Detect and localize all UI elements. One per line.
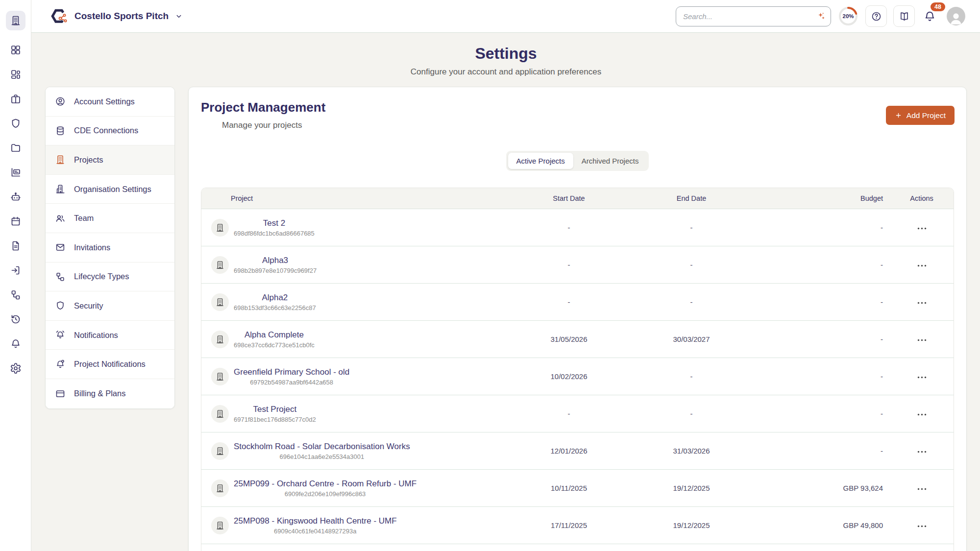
start-date: 17/11/2025: [508, 521, 630, 529]
settings-nav: Account Settings CDE Connections Project…: [45, 87, 175, 409]
project-avatar: [211, 479, 229, 497]
row-actions-button[interactable]: [914, 258, 930, 271]
settings-nav-item-invitations[interactable]: Invitations: [46, 233, 174, 263]
table-row[interactable]: Alpha2 698b153df3c66c63e2256c87 - - -: [201, 283, 954, 320]
ellipsis-icon: [917, 264, 927, 267]
ellipsis-icon: [917, 376, 927, 379]
end-date: 19/12/2025: [630, 484, 753, 492]
org-name: Costello Sports Pitch: [74, 11, 169, 22]
tab-archived-projects[interactable]: Archived Projects: [573, 153, 647, 169]
tab-active-projects[interactable]: Active Projects: [508, 153, 573, 169]
project-name: 25MP098 - Kingswood Health Centre - UMF: [234, 516, 397, 526]
table-row[interactable]: 25MP099 - Orchard Centre - Room Refurb -…: [201, 469, 954, 506]
nav-item-label: Invitations: [74, 243, 110, 252]
nav-item-label: Projects: [74, 155, 103, 165]
start-date: -: [508, 261, 630, 269]
table-row[interactable]: 25MP098 - Kingswood Health Centre - UMF …: [201, 506, 954, 544]
settings-nav-item-notifications[interactable]: Notifications: [46, 321, 174, 350]
table-row[interactable]: Test Project 6971f81bec176d885c77c0d2 - …: [201, 395, 954, 432]
org-building-icon: [55, 184, 66, 194]
table-row[interactable]: Stockholm Road - Solar Decarbonisation W…: [201, 432, 954, 469]
row-actions-button[interactable]: [914, 519, 930, 532]
page-content: Settings Configure your account and appl…: [31, 33, 980, 551]
project-id: 6971f81bec176d885c77c0d2: [234, 416, 316, 423]
settings-nav-item-security[interactable]: Security: [46, 291, 174, 321]
workflow-icon: [10, 289, 22, 301]
rail-item-folder[interactable]: [10, 142, 22, 154]
settings-nav-item-billing-plans[interactable]: Billing & Plans: [46, 379, 174, 408]
settings-nav-item-cde-connections[interactable]: CDE Connections: [46, 117, 174, 146]
nav-item-label: Account Settings: [74, 97, 135, 106]
budget: -: [753, 261, 890, 269]
nav-item-label: Team: [74, 214, 94, 223]
row-actions-button[interactable]: [914, 221, 930, 234]
table-row[interactable]: Alpha Complete 698ce37cc6dc773ce51cb0fc …: [201, 320, 954, 358]
rail-nav: [10, 44, 22, 374]
rail-item-assistant[interactable]: [10, 191, 22, 203]
start-date: 12/01/2026: [508, 447, 630, 455]
column-header-end-date: End Date: [630, 194, 753, 202]
rail-item-briefcase[interactable]: [10, 93, 22, 105]
rail-item-history[interactable]: [10, 313, 22, 325]
settings-nav-item-account-settings[interactable]: Account Settings: [46, 87, 174, 117]
rail-item-shield[interactable]: [10, 118, 22, 129]
shield-icon: [55, 300, 66, 311]
search-input[interactable]: [676, 6, 831, 26]
row-actions-button[interactable]: [914, 481, 930, 495]
row-actions-button[interactable]: [914, 295, 930, 309]
row-actions-button[interactable]: [914, 444, 930, 457]
page-header: Settings Configure your account and appl…: [45, 33, 967, 77]
docs-button[interactable]: [893, 5, 915, 27]
grid-icon: [10, 44, 22, 56]
help-circle-icon: [871, 11, 882, 22]
budget: -: [753, 372, 890, 381]
settings-nav-item-organisation-settings[interactable]: Organisation Settings: [46, 175, 174, 204]
gear-icon: [10, 362, 22, 374]
usage-gauge[interactable]: 20%: [837, 5, 859, 27]
notifications-button[interactable]: 48: [923, 10, 936, 23]
row-actions-button[interactable]: [914, 370, 930, 383]
table-header: Project Start Date End Date Budget Actio…: [201, 188, 954, 209]
nav-item-label: Billing & Plans: [74, 389, 125, 398]
project-avatar: [211, 331, 229, 348]
rail-item-calendar[interactable]: [10, 216, 22, 227]
user-avatar[interactable]: [947, 7, 965, 25]
sparkle-icon[interactable]: [816, 11, 826, 22]
robot-icon: [10, 191, 22, 203]
settings-nav-item-project-notifications[interactable]: Project Notifications: [46, 350, 174, 379]
bell-icon: [923, 10, 936, 23]
budget: -: [753, 447, 890, 455]
rail-item-import[interactable]: [10, 264, 22, 276]
nav-item-label: Project Notifications: [74, 359, 146, 369]
table-row[interactable]: Alpha3 698b2b897e8e10799c969f27 - - -: [201, 246, 954, 283]
start-date: -: [508, 223, 630, 232]
briefcase-icon: [10, 93, 22, 105]
project-id: 698df86fdc1bc6ad86667685: [234, 230, 315, 237]
rail-item-notifications[interactable]: [10, 338, 22, 350]
add-project-button[interactable]: Add Project: [886, 106, 955, 125]
building-icon: [55, 154, 66, 165]
nav-item-label: Lifecycle Types: [74, 272, 129, 281]
rail-item-organisation-active[interactable]: [6, 11, 25, 30]
user-circle-icon: [55, 96, 66, 107]
table-row[interactable]: Greenfield Primary School - old 69792b54…: [201, 358, 954, 395]
rail-item-settings[interactable]: [10, 362, 22, 374]
row-actions-button[interactable]: [914, 333, 930, 346]
help-button[interactable]: [865, 5, 887, 27]
rail-item-workflow[interactable]: [10, 289, 22, 301]
projects-card: Project Management Manage your projects …: [188, 87, 967, 551]
org-switcher[interactable]: Costello Sports Pitch: [49, 6, 183, 26]
table-row[interactable]: Test 2 698df86fdc1bc6ad86667685 - - -: [201, 209, 954, 246]
settings-nav-item-projects[interactable]: Projects: [46, 145, 174, 175]
settings-nav-item-lifecycle-types[interactable]: Lifecycle Types: [46, 263, 174, 292]
end-date: 31/03/2026: [630, 447, 753, 455]
rail-item-dashboard[interactable]: [10, 44, 22, 56]
rail-item-documents[interactable]: [10, 240, 22, 252]
chevron-down-icon: [174, 12, 183, 21]
row-actions-button[interactable]: [914, 407, 930, 420]
settings-nav-item-team[interactable]: Team: [46, 204, 174, 233]
end-date: 30/03/2027: [630, 335, 753, 343]
import-icon: [10, 264, 22, 276]
rail-item-dashboard-alt[interactable]: [10, 69, 22, 80]
rail-item-reports[interactable]: [10, 167, 22, 178]
